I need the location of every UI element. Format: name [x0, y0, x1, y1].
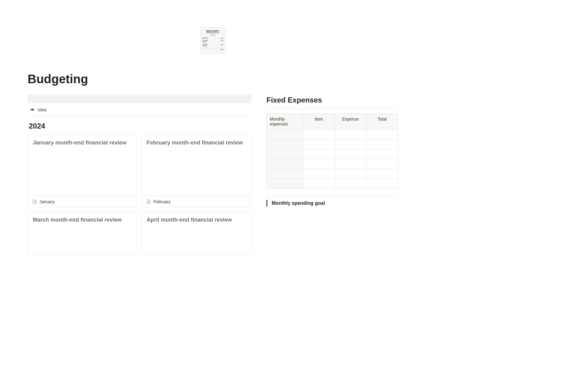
view-tab-strip: View	[28, 103, 251, 116]
divider	[266, 109, 398, 109]
card-title: March month-end financial review	[33, 216, 132, 223]
card-footer: January	[28, 196, 137, 207]
table-row[interactable]	[267, 149, 398, 159]
card-title: February month-end financial review	[147, 139, 246, 146]
fixed-expenses-heading: Fixed Expenses	[266, 96, 398, 104]
year-heading: 2024	[29, 122, 251, 130]
table-cell[interactable]	[303, 129, 334, 139]
table-row[interactable]	[267, 159, 398, 169]
table-cell[interactable]	[366, 129, 398, 139]
table-cell[interactable]	[335, 169, 366, 178]
table-row[interactable]	[267, 139, 398, 149]
view-tab[interactable]: View	[28, 107, 48, 113]
table-cell[interactable]	[303, 139, 334, 149]
table-cell[interactable]	[303, 159, 334, 169]
view-tab-label: View	[37, 107, 47, 112]
table-cell[interactable]	[267, 178, 303, 188]
monthly-spending-goal-block[interactable]: Monthly spending goal	[266, 200, 398, 207]
card-footer-label: January	[40, 199, 55, 204]
card-title: April month-end financial review	[147, 216, 246, 223]
card-title: January month-end financial review	[33, 139, 132, 146]
review-card[interactable]: February month-end financial reviewFebru…	[141, 135, 251, 208]
table-cell[interactable]	[267, 169, 303, 178]
review-card[interactable]: March month-end financial review	[28, 212, 137, 255]
table-cell[interactable]	[366, 178, 398, 188]
table-cell[interactable]	[303, 178, 334, 188]
col-monthly-expenses: Monthly expenses	[267, 113, 303, 129]
table-cell[interactable]	[267, 129, 303, 139]
card-footer: February	[142, 196, 251, 207]
card-footer-label: February	[153, 199, 171, 204]
table-cell[interactable]	[335, 149, 366, 159]
toolbar-area	[28, 95, 251, 103]
col-item: Item	[303, 113, 334, 129]
table-cell[interactable]	[366, 149, 398, 159]
review-card[interactable]: April month-end financial review	[141, 212, 251, 255]
review-card[interactable]: January month-end financial reviewJanuar…	[28, 135, 137, 208]
table-cell[interactable]	[366, 139, 398, 149]
table-cell[interactable]	[335, 139, 366, 149]
table-cell[interactable]	[335, 178, 366, 188]
receipt-icon: RECEIPT JUL 17 MISFITS0.00 SQUARE PEGS0.…	[200, 27, 225, 54]
table-row[interactable]	[267, 169, 398, 178]
table-cell[interactable]	[303, 149, 334, 159]
table-cell[interactable]	[335, 159, 366, 169]
monthly-spending-goal-label: Monthly spending goal	[272, 200, 398, 206]
table-cell[interactable]	[267, 139, 303, 149]
page-icon	[32, 199, 37, 204]
fixed-expenses-table[interactable]: Monthly expenses Item Expense Total	[266, 113, 398, 189]
col-total: Total	[366, 113, 398, 129]
table-cell[interactable]	[335, 129, 366, 139]
table-cell[interactable]	[303, 169, 334, 178]
table-cell[interactable]	[267, 149, 303, 159]
page-title: Budgeting	[28, 72, 398, 86]
col-expense: Expense	[335, 113, 366, 129]
receipt-date: JUL 17	[202, 34, 223, 36]
table-row[interactable]	[267, 129, 398, 139]
table-cell[interactable]	[366, 169, 398, 178]
table-cell[interactable]	[267, 159, 303, 169]
table-cell[interactable]	[366, 159, 398, 169]
table-row[interactable]	[267, 178, 398, 188]
divider	[266, 196, 398, 196]
fish-icon	[30, 107, 35, 112]
receipt-title: RECEIPT	[202, 30, 223, 33]
page-icon	[146, 199, 151, 204]
